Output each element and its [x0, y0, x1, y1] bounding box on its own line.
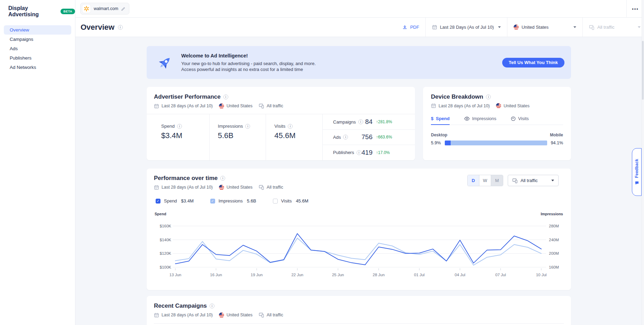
device-tab-visits[interactable]: Visits — [511, 116, 529, 125]
sidebar-item-publishers[interactable]: Publishers — [4, 53, 71, 63]
info-icon[interactable]: i — [223, 94, 228, 99]
traffic-dropdown-disabled[interactable]: All traffic — [582, 18, 644, 37]
sidebar-item-ad-networks[interactable]: Ad Networks — [4, 63, 71, 72]
legend-toggle-spend[interactable]: ✓Spend$3.4M — [156, 198, 194, 204]
stat-change: ↑663.6% — [376, 135, 400, 139]
device-breakdown-tabs: $SpendImpressionsVisits — [431, 116, 563, 125]
info-icon[interactable]: i — [357, 150, 361, 155]
sidebar-item-campaigns[interactable]: Campaigns — [4, 35, 71, 44]
svg-text:$140K: $140K — [160, 238, 172, 242]
divider — [154, 323, 564, 324]
feedback-label: Feedback — [634, 159, 639, 178]
performance-over-time-title: Performance over time — [154, 175, 218, 182]
chevron-down-icon — [498, 26, 501, 28]
checkbox-checked-icon: ✓ — [210, 199, 215, 204]
info-icon[interactable]: i — [220, 176, 225, 181]
desktop-percentage: 5.9% — [431, 141, 441, 145]
chart-traffic-dropdown[interactable]: All traffic — [508, 175, 559, 186]
granularity-d-button[interactable]: D — [468, 175, 479, 186]
us-flag-icon — [514, 25, 519, 30]
stat-row-publishers: Publishersi419↑17.0% — [323, 145, 415, 160]
svg-text:280M: 280M — [549, 224, 559, 228]
legend-toggle-impressions[interactable]: ✓Impressions5.6B — [210, 198, 256, 204]
meta-date: Last 28 days (As of Jul 10) — [162, 103, 213, 108]
sidebar-item-overview[interactable]: Overview — [4, 25, 71, 35]
chart-controls: DWM All traffic — [467, 175, 559, 190]
page-content: Welcome to Ad Intelligence! Your new go-… — [75, 37, 644, 325]
device-tab-spend[interactable]: $Spend — [431, 116, 450, 125]
page-title-info-icon[interactable]: i — [118, 25, 123, 30]
info-icon[interactable]: i — [486, 94, 491, 99]
sidebar-item-ads[interactable]: Ads — [4, 44, 71, 53]
sidebar-header: Display Advertising BETA — [0, 0, 75, 22]
meta-country: United States — [227, 185, 252, 190]
granularity-toggle: DWM — [467, 175, 503, 186]
svg-text:Impressions: Impressions — [541, 212, 563, 216]
country-value: United States — [522, 25, 549, 30]
granularity-w-button[interactable]: W — [479, 175, 491, 186]
info-icon[interactable]: i — [358, 119, 363, 124]
stat-change: ↑281.8% — [376, 119, 400, 124]
granularity-m-button[interactable]: M — [491, 175, 503, 186]
tab-label: Impressions — [472, 116, 496, 121]
edit-domain-icon[interactable] — [121, 7, 126, 11]
pdf-label: PDF — [410, 25, 419, 30]
chart-legend: ✓Spend$3.4M✓Impressions5.6BVisits45.6M — [154, 198, 564, 204]
performance-over-time-card: Performance over time i Last 28 days (As… — [147, 169, 571, 290]
svg-text:07 Jul: 07 Jul — [495, 273, 506, 277]
info-icon[interactable]: i — [177, 124, 182, 129]
advertiser-performance-title: Advertiser Performance — [154, 93, 221, 100]
metric-label: Impressions — [218, 124, 243, 129]
desktop-bar-segment — [445, 141, 451, 145]
metrics-row: Spendi$3.4MImpressionsi5.6BVisitsi45.6M — [147, 114, 322, 160]
legend-label: Impressions — [219, 198, 243, 204]
meta-country: United States — [227, 103, 252, 108]
legend-label: Spend — [164, 198, 177, 204]
calendar-icon — [431, 103, 436, 108]
info-icon[interactable]: i — [245, 124, 250, 129]
meta-country: United States — [227, 313, 252, 317]
us-flag-icon — [219, 103, 224, 109]
feedback-icon — [635, 181, 639, 185]
stats-panel: Campaignsi84↑281.8%Adsi756↑663.6%Publish… — [322, 114, 415, 160]
mobile-label: Mobile — [550, 133, 563, 137]
info-icon[interactable]: i — [343, 135, 348, 139]
svg-text:22 Jun: 22 Jun — [291, 273, 303, 277]
domain-chip[interactable]: walmart.com — [80, 3, 129, 15]
advertiser-performance-meta: Last 28 days (As of Jul 10)United States… — [154, 103, 408, 109]
svg-text:04 Jul: 04 Jul — [455, 273, 466, 277]
scrollbar-track[interactable] — [642, 0, 644, 325]
mobile-percentage: 94.1% — [551, 141, 563, 145]
welcome-banner: Welcome to Ad Intelligence! Your new go-… — [147, 46, 571, 79]
banner-line-2: Access powerful ad insights at no extra … — [181, 66, 316, 72]
stat-value: 756 — [361, 133, 372, 141]
dollar-icon: $ — [431, 116, 433, 121]
legend-value: $3.4M — [181, 198, 194, 204]
chevron-down-icon — [551, 180, 554, 181]
product-title: Display Advertising — [8, 5, 57, 18]
stat-label: Campaigns — [333, 119, 356, 125]
all-traffic-devices-icon — [259, 184, 264, 190]
svg-text:10 Jul: 10 Jul — [536, 273, 547, 277]
tell-us-button[interactable]: Tell Us What You Think — [502, 58, 564, 67]
meta-country: United States — [504, 103, 530, 108]
chart-traffic-value: All traffic — [521, 178, 538, 183]
line-chart: SpendImpressions$160K280M$140K240M$120K2… — [154, 210, 564, 281]
banner-line-1: Your new go-to hub for advertising - pai… — [181, 61, 316, 66]
pdf-export-button[interactable]: PDF — [396, 18, 425, 37]
info-icon[interactable]: i — [288, 124, 293, 129]
scrollbar-thumb[interactable] — [642, 41, 644, 100]
date-range-dropdown[interactable]: Last 28 Days (As of Jul 10) — [425, 18, 507, 37]
legend-toggle-visits[interactable]: Visits45.6M — [273, 198, 309, 204]
calendar-icon — [154, 313, 159, 318]
checkbox-checked-icon: ✓ — [156, 199, 160, 204]
meta-traffic: All traffic — [267, 103, 283, 108]
stat-value: 84 — [365, 118, 372, 126]
country-dropdown[interactable]: United States — [507, 18, 582, 37]
meta-date: Last 28 days (As of Jul 10) — [162, 185, 213, 190]
info-icon[interactable]: i — [210, 304, 214, 308]
device-tab-impressions[interactable]: Impressions — [464, 116, 496, 125]
feedback-button[interactable]: Feedback — [632, 148, 642, 196]
calendar-icon — [432, 25, 437, 30]
more-menu-button[interactable]: ••• — [632, 6, 639, 11]
